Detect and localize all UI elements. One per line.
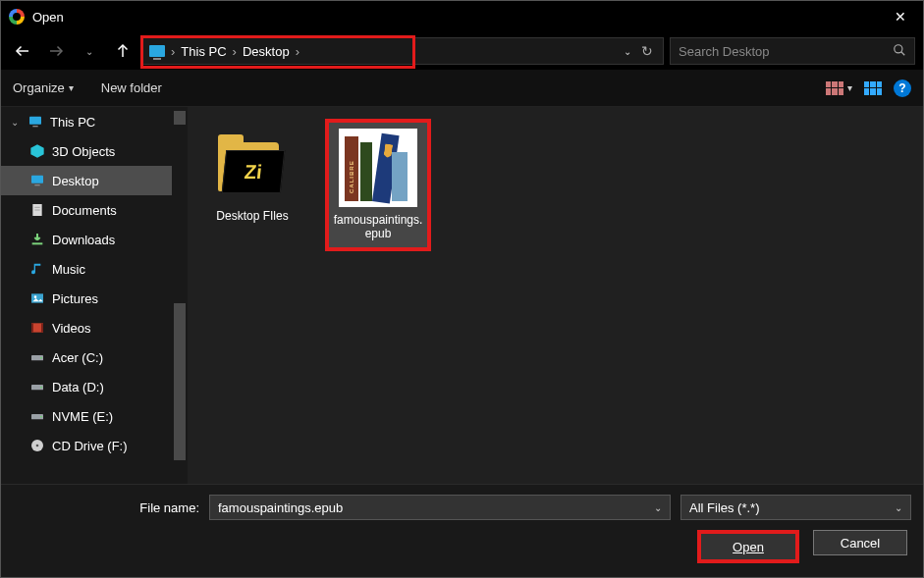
toolbar: Organize ▾ New folder ▾ ?	[1, 70, 923, 107]
open-label: Open	[733, 540, 764, 554]
tree-item-3d-objects[interactable]: 3D Objects	[1, 136, 188, 166]
new-folder-label: New folder	[101, 80, 162, 95]
chrome-icon	[9, 9, 25, 25]
tree-item-cd-drive[interactable]: CD Drive (F:)	[1, 431, 188, 460]
tree-item-label: Music	[52, 262, 85, 277]
pictures-icon	[28, 290, 46, 306]
svg-rect-6	[32, 126, 37, 127]
tree-item-desktop[interactable]: Desktop	[1, 166, 188, 195]
dialog-footer: File name: famouspaintings.epub ⌄ All Fi…	[1, 484, 923, 577]
file-item-epub[interactable]: CALIBRE famouspaintings.epub	[325, 119, 431, 251]
filename-input[interactable]: famouspaintings.epub ⌄	[209, 495, 671, 520]
epub-icon: CALIBRE	[339, 129, 417, 207]
close-button[interactable]: ✕	[878, 1, 923, 32]
tree-item-videos[interactable]: Videos	[1, 313, 188, 342]
refresh-icon[interactable]: ↻	[641, 43, 653, 59]
tree-item-music[interactable]: Music	[1, 254, 188, 284]
chevron-down-icon[interactable]: ⌄	[654, 502, 662, 513]
preview-pane-button[interactable]	[864, 81, 882, 95]
tree-item-label: Desktop	[52, 174, 99, 188]
search-box[interactable]	[670, 37, 915, 65]
preview-icon	[864, 81, 882, 95]
tree-item-label: Acer (C:)	[52, 350, 103, 365]
tree-item-label: Downloads	[52, 233, 115, 247]
filename-label: File name:	[13, 500, 199, 515]
breadcrumb-root[interactable]: This PC	[181, 44, 226, 59]
file-list[interactable]: Zi Desktop FIles CALIBRE famouspaintings…	[188, 107, 923, 484]
svg-rect-5	[29, 117, 41, 125]
up-button[interactable]	[109, 37, 136, 65]
cancel-label: Cancel	[841, 536, 880, 551]
svg-rect-12	[32, 242, 43, 244]
tree-item-label: NVME (E:)	[52, 409, 113, 424]
new-folder-button[interactable]: New folder	[101, 80, 162, 95]
address-bar[interactable]: › This PC › Desktop › ⌄ ↻	[142, 37, 664, 65]
download-icon	[28, 232, 46, 247]
music-icon	[28, 261, 46, 277]
tree-item-documents[interactable]: Documents	[1, 195, 188, 225]
svg-point-21	[40, 387, 41, 388]
chevron-down-icon: ▾	[69, 82, 74, 93]
chevron-down-icon: ⌄	[9, 117, 21, 128]
pc-icon	[149, 45, 165, 57]
sidebar-scrollbar[interactable]	[172, 107, 188, 484]
back-button[interactable]	[9, 37, 36, 65]
breadcrumb-leaf[interactable]: Desktop	[243, 44, 290, 59]
file-open-dialog: Open ✕ ⌄ › This PC › Desktop › ⌄ ↻	[0, 0, 924, 578]
titlebar: Open ✕	[1, 1, 923, 32]
view-icon	[826, 81, 843, 95]
svg-rect-16	[31, 323, 33, 332]
file-label: Desktop FIles	[216, 209, 288, 223]
desktop-icon	[28, 173, 46, 188]
dialog-body: ⌄ This PC 3D Objects Desktop Document	[1, 107, 923, 484]
cancel-button[interactable]: Cancel	[813, 530, 907, 555]
breadcrumb-sep-icon: ›	[171, 44, 175, 59]
file-item-folder[interactable]: Zi Desktop FIles	[199, 119, 305, 229]
tree-item-label: Pictures	[52, 291, 98, 306]
address-dropdown-icon[interactable]: ⌄	[624, 46, 631, 57]
tree-item-label: Data (D:)	[52, 380, 104, 394]
file-type-filter[interactable]: All Files (*.*) ⌄	[680, 495, 911, 520]
tree-item-downloads[interactable]: Downloads	[1, 225, 188, 254]
forward-button[interactable]	[42, 37, 70, 65]
tree-item-drive-c[interactable]: Acer (C:)	[1, 342, 188, 372]
videos-icon	[28, 320, 46, 336]
drive-icon	[28, 379, 46, 394]
window-title: Open	[32, 10, 64, 25]
search-input[interactable]	[679, 44, 893, 59]
scroll-up-icon[interactable]	[174, 111, 186, 125]
folder-icon: Zi	[213, 125, 292, 203]
tree-root-this-pc[interactable]: ⌄ This PC	[1, 107, 188, 136]
svg-point-23	[40, 416, 41, 417]
chevron-down-icon[interactable]: ⌄	[895, 502, 902, 513]
tree-item-drive-d[interactable]: Data (D:)	[1, 372, 188, 401]
drive-icon	[28, 408, 46, 424]
svg-point-14	[34, 295, 37, 298]
sidebar: ⌄ This PC 3D Objects Desktop Document	[1, 107, 188, 484]
tree-item-label: 3D Objects	[52, 144, 115, 159]
svg-rect-7	[31, 176, 43, 184]
tree-item-label: Videos	[52, 321, 91, 336]
scrollbar-thumb[interactable]	[174, 303, 186, 460]
filename-value: famouspaintings.epub	[218, 500, 343, 515]
organize-menu[interactable]: Organize ▾	[13, 80, 74, 95]
disc-icon	[28, 438, 46, 453]
svg-point-25	[36, 445, 39, 447]
help-button[interactable]: ?	[894, 79, 911, 97]
open-button[interactable]: Open	[697, 530, 799, 563]
search-icon[interactable]	[893, 43, 906, 60]
svg-point-19	[40, 357, 41, 358]
breadcrumb-sep-icon: ›	[233, 44, 237, 59]
svg-rect-17	[41, 323, 43, 332]
breadcrumb-sep-icon: ›	[296, 44, 299, 59]
view-mode-button[interactable]: ▾	[826, 81, 852, 95]
chevron-down-icon: ▾	[847, 82, 852, 93]
pc-icon	[27, 114, 44, 130]
drive-icon	[28, 349, 46, 365]
cube-icon	[28, 143, 46, 159]
history-dropdown[interactable]: ⌄	[76, 37, 103, 65]
tree-root-label: This PC	[50, 115, 95, 130]
navbar: ⌄ › This PC › Desktop › ⌄ ↻	[1, 32, 923, 70]
tree-item-drive-e[interactable]: NVME (E:)	[1, 401, 188, 431]
tree-item-pictures[interactable]: Pictures	[1, 284, 188, 313]
